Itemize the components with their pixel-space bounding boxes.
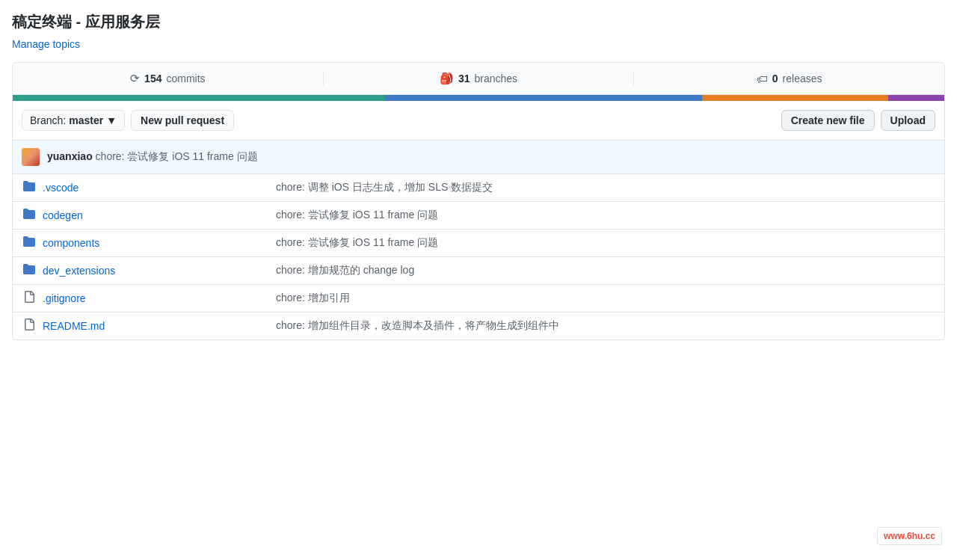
commits-stat[interactable]: ⟳ 154 commits xyxy=(13,72,324,85)
releases-label: releases xyxy=(783,73,822,84)
file-commit-message: chore: 调整 iOS 日志生成，增加 SLS 数据提交 xyxy=(276,181,935,194)
table-row: components chore: 尝试修复 iOS 11 frame 问题 xyxy=(13,230,944,257)
table-row: README.md chore: 增加组件目录，改造脚本及插件，将产物生成到组件… xyxy=(13,313,944,339)
releases-count: 0 xyxy=(772,73,778,84)
commits-label: commits xyxy=(166,73,205,84)
new-pull-request-button[interactable]: New pull request xyxy=(131,110,234,131)
file-name-col: .gitignore xyxy=(22,291,276,306)
file-name-link[interactable]: .gitignore xyxy=(43,292,86,304)
toolbar-left: Branch: master ▼ New pull request xyxy=(22,110,234,131)
file-commit-message: chore: 增加组件目录，改造脚本及插件，将产物生成到组件中 xyxy=(276,319,935,333)
folder-icon xyxy=(22,236,37,250)
branches-stat[interactable]: 🎒 31 branches xyxy=(324,72,635,85)
language-bar xyxy=(12,95,945,101)
commit-info: yuanxiao chore: 尝试修复 iOS 11 frame 问题 xyxy=(47,150,258,164)
toolbar: Branch: master ▼ New pull request Create… xyxy=(12,101,945,141)
file-name-link[interactable]: README.md xyxy=(43,320,105,332)
folder-icon xyxy=(22,208,37,223)
file-name-link[interactable]: dev_extensions xyxy=(43,265,115,277)
branch-prefix: Branch: xyxy=(30,114,66,126)
file-name-col: dev_extensions xyxy=(22,263,276,278)
avatar xyxy=(22,148,40,166)
file-table: yuanxiao chore: 尝试修复 iOS 11 frame 问题 .vs… xyxy=(12,141,945,340)
file-commit-message: chore: 尝试修复 iOS 11 frame 问题 xyxy=(276,236,935,250)
create-new-file-button[interactable]: Create new file xyxy=(781,110,875,131)
lang-segment-other xyxy=(888,95,944,101)
folder-icon xyxy=(22,180,37,195)
branches-count: 31 xyxy=(458,73,470,84)
table-row: dev_extensions chore: 增加规范的 change log xyxy=(13,257,944,285)
branches-label: branches xyxy=(475,73,518,84)
file-commit-message: chore: 增加引用 xyxy=(276,292,935,305)
file-name-col: README.md xyxy=(22,319,276,333)
manage-topics-link[interactable]: Manage topics xyxy=(12,38,80,50)
file-icon xyxy=(22,291,37,306)
branch-dropdown[interactable]: Branch: master ▼ xyxy=(22,110,125,131)
commit-message: chore: 尝试修复 iOS 11 frame 问题 xyxy=(96,150,258,162)
commits-count: 154 xyxy=(144,73,161,84)
latest-commit-row: yuanxiao chore: 尝试修复 iOS 11 frame 问题 xyxy=(13,141,944,174)
commits-icon: ⟳ xyxy=(130,72,140,85)
file-commit-message: chore: 尝试修复 iOS 11 frame 问题 xyxy=(276,209,935,222)
repo-title: 稿定终端 - 应用服务层 xyxy=(12,12,945,32)
file-name-link[interactable]: codegen xyxy=(43,209,83,221)
toolbar-right: Create new file Upload xyxy=(781,110,935,131)
file-name-col: components xyxy=(22,236,276,250)
file-name-col: codegen xyxy=(22,208,276,223)
table-row: .gitignore chore: 增加引用 xyxy=(13,285,944,313)
commit-author[interactable]: yuanxiao xyxy=(47,150,93,162)
branch-name: master xyxy=(69,114,103,126)
table-row: .vscode chore: 调整 iOS 日志生成，增加 SLS 数据提交 xyxy=(13,174,944,202)
file-name-link[interactable]: .vscode xyxy=(43,182,79,194)
stats-bar: ⟳ 154 commits 🎒 31 branches 🏷 0 releases xyxy=(12,62,945,95)
file-name-col: .vscode xyxy=(22,180,276,195)
releases-stat[interactable]: 🏷 0 releases xyxy=(634,73,944,85)
lang-segment-orange xyxy=(702,95,888,101)
chevron-down-icon: ▼ xyxy=(106,114,117,126)
file-commit-message: chore: 增加规范的 change log xyxy=(276,264,935,277)
branches-icon: 🎒 xyxy=(440,72,454,85)
file-icon xyxy=(22,319,37,333)
file-name-link[interactable]: components xyxy=(43,237,99,249)
file-list: .vscode chore: 调整 iOS 日志生成，增加 SLS 数据提交 c… xyxy=(13,174,944,339)
lang-segment-blue xyxy=(385,95,702,101)
lang-segment-teal xyxy=(13,95,385,101)
folder-icon xyxy=(22,263,37,278)
upload-files-button[interactable]: Upload xyxy=(881,110,935,131)
table-row: codegen chore: 尝试修复 iOS 11 frame 问题 xyxy=(13,202,944,230)
releases-icon: 🏷 xyxy=(757,73,768,85)
